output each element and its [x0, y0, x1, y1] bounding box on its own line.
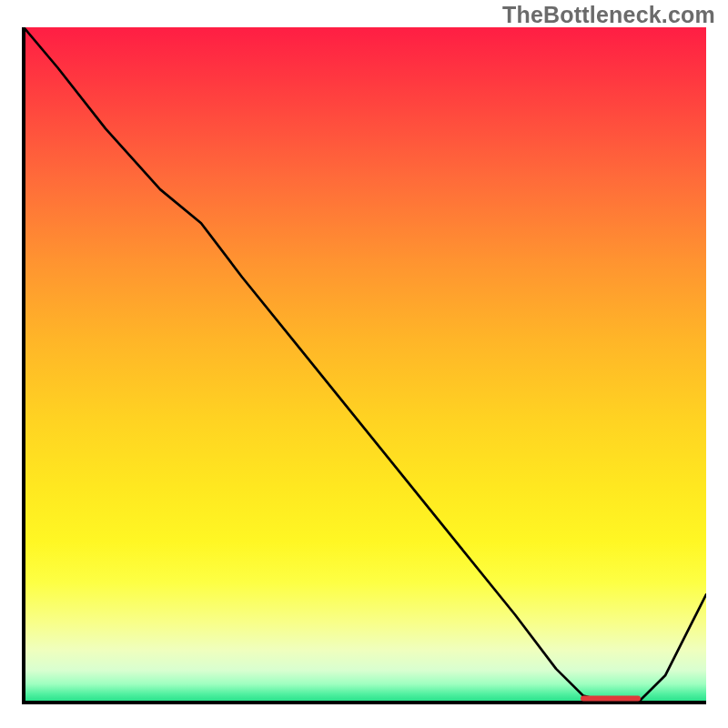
plot-area	[22, 27, 706, 704]
bottleneck-curve	[24, 27, 706, 703]
watermark-text: TheBottleneck.com	[502, 2, 715, 28]
axes	[24, 27, 706, 703]
chart-container: TheBottleneck.com	[0, 0, 728, 728]
plot-svg	[22, 27, 706, 704]
